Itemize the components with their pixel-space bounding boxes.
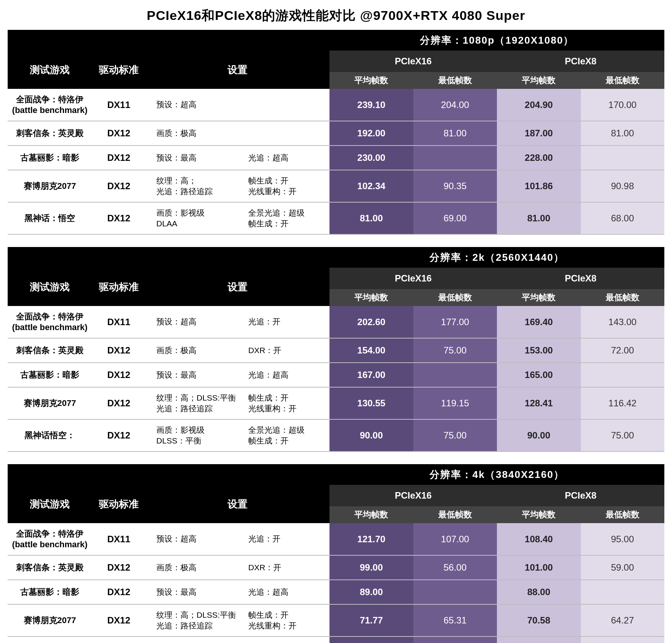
cell-x8-avg: 101.86 [497,170,581,202]
resolution-header: 分辨率：1080p（1920X1080） [329,30,664,51]
cell-x8-low: 54.00 [581,636,665,643]
col-api: 驱动标准 [92,485,146,523]
benchmark-table: 分辨率：2k（2560X1440）测试游戏驱动标准设置PCIeX16PCIeX8… [8,247,664,452]
cell-settings-2: 光追：开 [238,306,329,338]
cell-x8-avg: 108.40 [497,523,581,555]
col-game: 测试游戏 [8,268,92,306]
cell-api: DX11 [92,306,146,338]
cell-x8-low: 68.00 [581,202,665,234]
cell-x16-avg: 121.70 [329,523,413,555]
cell-settings-2: 光追：开 [238,523,329,555]
cell-settings-1: 预设：最高 [146,580,238,604]
benchmark-table: 分辨率：4k（3840X2160）测试游戏驱动标准设置PCIeX16PCIeX8… [8,464,664,643]
cell-x8-low: 59.00 [581,555,665,580]
cell-api: DX12 [92,555,146,580]
table-row: 赛博朋克2077DX12纹理：高；DLSS:平衡 光追：路径追踪帧生成：开 光线… [8,604,664,636]
cell-x8-low [581,580,665,604]
table-row: 黑神话悟空：DX12画质：影视级 DLSS：平衡全景光追：超级 帧生成：开90.… [8,419,664,452]
cell-x16-low: 75.00 [413,419,497,452]
col-pcie8: PCIeX8 [497,485,664,506]
cell-x16-avg: 102.34 [329,170,413,202]
cell-game: 赛博朋克2077 [8,387,92,419]
table-row: 全面战争：特洛伊 (battle benchmark)DX11预设：超高239.… [8,89,664,121]
benchmark-table: 分辨率：1080p（1920X1080）测试游戏驱动标准设置PCIeX16PCI… [8,30,664,235]
cell-game: 全面战争：特洛伊 (battle benchmark) [8,306,92,338]
cell-game: 刺客信条：英灵殿 [8,121,92,146]
cell-x16-avg: 202.60 [329,306,413,338]
subcol-low: 最低帧数 [413,506,497,523]
cell-settings-2: 全景光追：超级 [238,636,329,643]
col-pcie16: PCIeX16 [329,268,497,289]
table-row: 黑神话：悟空DX12画质：影视级 DLAA全景光追：超级 帧生成：开81.006… [8,202,664,234]
table-row: 全面战争：特洛伊 (battle benchmark)DX11预设：超高光追：开… [8,523,664,555]
table-row: 刺客信条：英灵殿DX12画质：极高DXR：开154.0075.00153.007… [8,338,664,363]
col-settings: 设置 [146,51,329,89]
table-row: 古墓丽影：暗影DX12预设：最高光追：超高167.00165.00 [8,363,664,387]
col-pcie8: PCIeX8 [497,268,664,289]
cell-api: DX11 [92,523,146,555]
subcol-low: 最低帧数 [581,72,665,89]
cell-x16-low: 75.00 [413,338,497,363]
subcol-avg: 平均帧数 [497,506,581,523]
cell-settings-1: 纹理：高； 光追：路径追踪 [146,170,238,202]
cell-api: DX12 [92,604,146,636]
cell-x16-low: 54.00 [413,636,497,643]
table-row: 黑神话悟空：DX12画质：影视级 DLSS：平衡全景光追：超级64.0054.0… [8,636,664,643]
cell-settings-1: 画质：影视级 DLSS：平衡 [146,636,238,643]
cell-x8-avg: 81.00 [497,202,581,234]
cell-api: DX12 [92,121,146,146]
cell-settings-2: DXR：开 [238,555,329,580]
cell-x8-low: 72.00 [581,338,665,363]
cell-settings-2: DXR：开 [238,338,329,363]
col-api: 驱动标准 [92,51,146,89]
cell-game: 黑神话悟空： [8,636,92,643]
cell-settings-2: 全景光追：超级 帧生成：开 [238,202,329,234]
cell-x16-avg: 239.10 [329,89,413,121]
cell-x16-avg: 154.00 [329,338,413,363]
cell-x16-avg: 130.55 [329,387,413,419]
col-pcie16: PCIeX16 [329,51,497,72]
cell-x8-low [581,363,665,387]
cell-x8-avg: 128.41 [497,387,581,419]
cell-x8-avg: 64.00 [497,636,581,643]
cell-x16-low: 81.00 [413,121,497,146]
cell-game: 全面战争：特洛伊 (battle benchmark) [8,89,92,121]
table-row: 古墓丽影：暗影DX12预设：最高光追：超高89.0088.00 [8,580,664,604]
cell-x16-low: 119.15 [413,387,497,419]
cell-settings-2: 帧生成：开 光线重构：开 [238,387,329,419]
cell-settings-2: 全景光追：超级 帧生成：开 [238,419,329,452]
cell-x16-low [413,146,497,170]
cell-x16-avg: 167.00 [329,363,413,387]
cell-x16-low: 56.00 [413,555,497,580]
cell-x8-low: 170.00 [581,89,665,121]
resolution-header: 分辨率：2k（2560X1440） [329,247,664,268]
subcol-avg: 平均帧数 [497,72,581,89]
cell-x8-avg: 228.00 [497,146,581,170]
resolution-section: 分辨率：2k（2560X1440）测试游戏驱动标准设置PCIeX16PCIeX8… [8,247,664,452]
col-pcie8: PCIeX8 [497,51,664,72]
col-game: 测试游戏 [8,485,92,523]
cell-x16-avg: 81.00 [329,202,413,234]
cell-x16-low: 69.00 [413,202,497,234]
col-pcie16: PCIeX16 [329,485,497,506]
cell-settings-1: 画质：极高 [146,121,238,146]
subcol-avg: 平均帧数 [329,506,413,523]
cell-x16-avg: 99.00 [329,555,413,580]
cell-game: 刺客信条：英灵殿 [8,555,92,580]
cell-game: 黑神话：悟空 [8,202,92,234]
cell-x16-avg: 64.00 [329,636,413,643]
table-row: 赛博朋克2077DX12纹理：高；DLSS:平衡 光追：路径追踪帧生成：开 光线… [8,387,664,419]
cell-settings-1: 预设：最高 [146,363,238,387]
cell-x8-low [581,146,665,170]
cell-settings-2 [238,89,329,121]
page-title: PCIeX16和PCIeX8的游戏性能对比 @9700X+RTX 4080 Su… [8,4,664,30]
cell-x8-avg: 187.00 [497,121,581,146]
cell-settings-2: 光追：超高 [238,363,329,387]
cell-x8-low: 95.00 [581,523,665,555]
cell-x16-avg: 71.77 [329,604,413,636]
resolution-section: 分辨率：4k（3840X2160）测试游戏驱动标准设置PCIeX16PCIeX8… [8,464,664,643]
col-settings: 设置 [146,485,329,523]
cell-api: DX12 [92,636,146,643]
cell-settings-1: 纹理：高；DLSS:平衡 光追：路径追踪 [146,387,238,419]
resolution-section: 分辨率：1080p（1920X1080）测试游戏驱动标准设置PCIeX16PCI… [8,30,664,235]
